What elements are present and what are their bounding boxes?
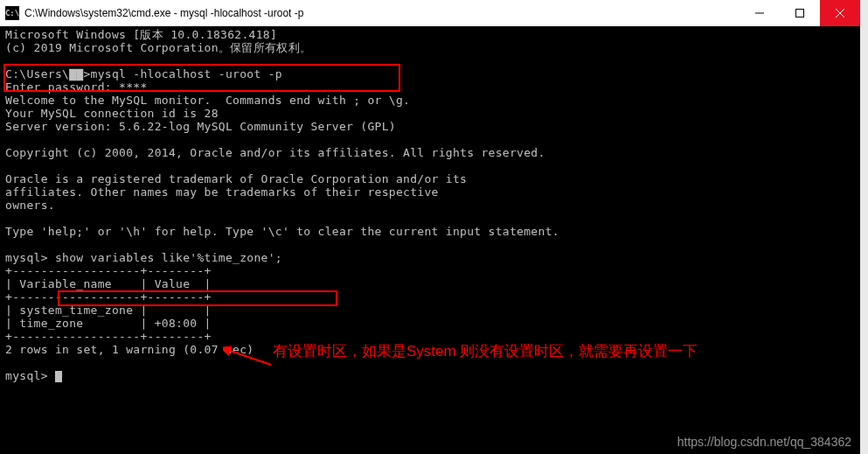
redacted-user: ▇▇ [69,67,83,80]
shell-prompt-suffix: > [83,67,90,80]
cmd-icon: C:\ [5,6,19,20]
titlebar-buttons [740,0,860,26]
enter-password-line: Enter password: **** [5,80,148,94]
mysql-prompt: mysql> [5,369,48,382]
table-header: | Variable_name | Value | [5,277,212,290]
cursor [55,371,62,382]
shell-prompt-path: C:\Users\ [5,67,69,80]
minimize-button[interactable] [740,0,780,26]
titlebar[interactable]: C:\ C:\Windows\system32\cmd.exe - mysql … [0,0,860,26]
table-border-bottom: +------------------+--------+ [5,330,212,343]
maximize-icon [795,9,804,17]
result-footer: 2 rows in set, 1 warning (0.07 sec) [5,343,253,356]
minimize-icon [755,9,764,17]
annotation-text: 有设置时区，如果是System 则没有设置时区，就需要再设置一下 [273,341,698,361]
table-border-mid: +------------------+--------+ [5,290,212,304]
mysql-query: show variables like'%time_zone'; [48,251,282,264]
os-header: Microsoft Windows [版本 10.0.18362.418] (c… [5,28,311,54]
table-row: | time_zone | +08:00 | [5,317,212,330]
table-border-top: +------------------+--------+ [5,264,212,277]
terminal-output[interactable]: Microsoft Windows [版本 10.0.18362.418] (c… [0,26,860,454]
watermark: https://blog.csdn.net/qq_384362 [677,435,851,449]
mysql-prompt: mysql> [5,251,48,264]
mysql-welcome: Welcome to the MySQL monitor. Commands e… [5,94,559,238]
maximize-button[interactable] [780,0,820,26]
close-icon [836,9,844,17]
window-title: C:\Windows\system32\cmd.exe - mysql -hlo… [24,7,740,19]
cmd-window: C:\ C:\Windows\system32\cmd.exe - mysql … [0,0,860,454]
close-button[interactable] [820,0,860,26]
svg-rect-1 [796,10,804,17]
login-command: mysql -hlocalhost -uroot -p [91,67,282,80]
table-row: | system_time_zone | | [5,304,212,317]
